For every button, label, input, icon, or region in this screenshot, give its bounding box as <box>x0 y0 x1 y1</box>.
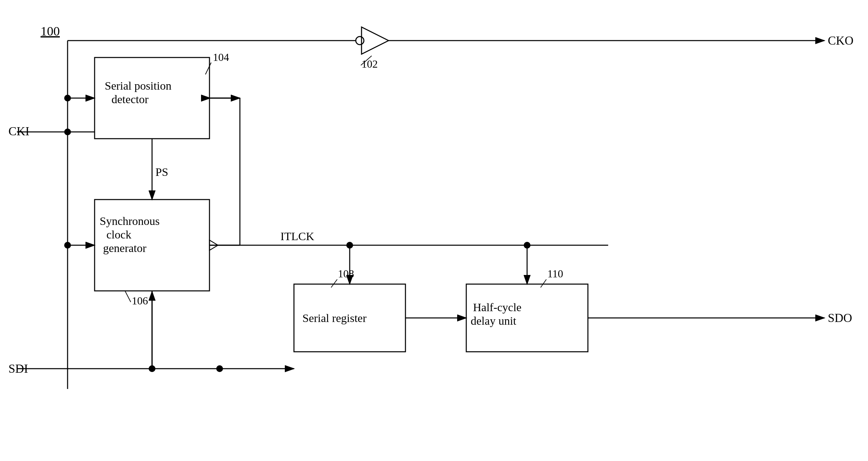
label-106: 106 <box>132 295 148 307</box>
sdi-label: SDI <box>8 362 28 375</box>
sdi-junction-dot <box>216 365 223 372</box>
buffer-circle <box>356 37 364 45</box>
circuit-diagram: 104 Serial position detector 106 Synchro… <box>0 0 868 461</box>
buffer-triangle <box>362 27 389 54</box>
cki-junction-dot <box>64 129 71 135</box>
diagram-container: 104 Serial position detector 106 Synchro… <box>0 0 868 461</box>
half-cycle-text-line2: delay unit <box>471 315 517 327</box>
svg-line-5 <box>541 279 546 287</box>
scg-text-line1: Synchronous <box>100 215 160 227</box>
dot-725 <box>64 242 71 249</box>
ps-label: PS <box>155 166 168 178</box>
label-104: 104 <box>213 51 229 63</box>
serial-register-text: Serial register <box>302 312 367 324</box>
label-110: 110 <box>547 268 563 280</box>
ref-100-label: 100 <box>41 24 60 38</box>
svg-line-2 <box>205 63 211 74</box>
serial-position-detector-text-line1: Serial position <box>105 79 171 92</box>
label-108: 108 <box>338 268 354 280</box>
itlck-label: ITLCK <box>280 230 315 243</box>
cko-label: CKO <box>828 34 853 47</box>
serial-position-detector-text-line2: detector <box>111 93 149 106</box>
svg-line-4 <box>331 279 337 287</box>
dot-290 <box>64 95 71 101</box>
scg-text-line3: generator <box>103 242 147 254</box>
cki-label: CKI <box>8 124 29 138</box>
label-102: 102 <box>362 58 378 70</box>
svg-line-3 <box>125 291 131 302</box>
scg-text-line2: clock <box>106 228 131 241</box>
sdo-label: SDO <box>828 311 852 325</box>
half-cycle-text-line1: Half-cycle <box>473 301 521 314</box>
